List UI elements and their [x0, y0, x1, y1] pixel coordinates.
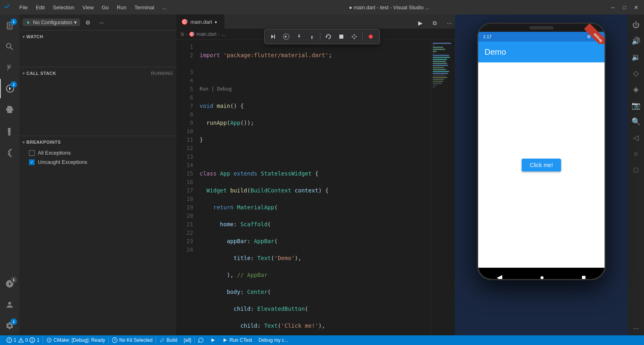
all-exceptions-checkbox[interactable]: [29, 150, 35, 156]
step-out-btn[interactable]: [306, 31, 318, 42]
account-icon[interactable]: [0, 295, 19, 314]
menu-selection[interactable]: Selection: [50, 3, 77, 12]
breakpoints-label: BREAKPOINTS: [27, 140, 61, 145]
bottom-icons: 1 1: [0, 274, 19, 335]
code-line-7: class App extends StatelessWidget {: [196, 169, 431, 178]
flutter-icon[interactable]: [0, 143, 19, 163]
zoom-icon[interactable]: 🔍: [629, 114, 643, 129]
breadcrumb-file[interactable]: main.dart: [196, 31, 217, 37]
code-line-10: home: Scaffold(: [196, 220, 431, 229]
device-app-bar: Demo: [478, 41, 605, 62]
menu-view[interactable]: View: [79, 3, 97, 12]
code-line-12: title: Text('Demo'),: [196, 254, 431, 262]
uncaught-exceptions-checkbox[interactable]: ✓: [29, 159, 35, 165]
debug-my-code-item[interactable]: Debug my c...: [255, 335, 291, 345]
breakpoint-all-exceptions[interactable]: All Exceptions: [19, 148, 176, 157]
cmake-tools-item[interactable]: [195, 335, 207, 345]
breadcrumb-root[interactable]: b: [181, 31, 184, 37]
testing-icon[interactable]: [0, 122, 19, 142]
record-btn[interactable]: [365, 31, 376, 42]
tab-modified-dot: ●: [215, 20, 217, 24]
restart-btn[interactable]: [323, 31, 334, 42]
error-count[interactable]: 1 0 1: [3, 335, 43, 345]
watch-header[interactable]: ▾ WATCH: [19, 31, 176, 43]
run-play-item[interactable]: [207, 335, 219, 345]
code-line-6: [196, 153, 431, 161]
callstack-header[interactable]: ▾ CALL STACK RUNNING: [19, 67, 176, 79]
device-panel: 1:17 ⚙ ◉ ▪ debug Demo C: [455, 14, 628, 335]
debug-status[interactable]: CMake: [Debug]: Ready: [43, 335, 108, 345]
sidebar: No Configuration ▾ ⚙ ··· ▾ WATCH ▾ CALL …: [19, 14, 176, 335]
power-icon[interactable]: ⏻: [629, 18, 643, 32]
shape-icon[interactable]: ◇: [629, 66, 643, 81]
code-line-15: child: ElevatedButton(: [196, 305, 431, 313]
menu-file[interactable]: File: [16, 3, 31, 12]
run-ctest-item[interactable]: Run CTest: [219, 335, 255, 345]
build-item[interactable]: Build: [156, 335, 181, 345]
breakpoint-uncaught-exceptions[interactable]: ✓ Uncaught Exceptions: [19, 157, 176, 167]
uncaught-exceptions-label: Uncaught Exceptions: [38, 159, 87, 165]
main-dart-tab[interactable]: 🎯 main.dart ●: [176, 14, 225, 29]
nav-back-icon[interactable]: ◀: [497, 273, 502, 280]
device-click-button[interactable]: Click me!: [522, 159, 561, 171]
run-debug-link[interactable]: Run | Debug: [196, 85, 431, 93]
run-editor-btn[interactable]: ▶: [415, 17, 426, 29]
run-ctest-text: Run CTest: [229, 337, 252, 343]
warning-text: 0: [25, 337, 28, 343]
debug-ribbon-container: debug: [584, 32, 605, 44]
hot-reload-btn[interactable]: [349, 31, 360, 42]
eraser-icon[interactable]: ◈: [629, 82, 643, 97]
breakpoints-header[interactable]: ▾ BREAKPOINTS: [19, 136, 176, 148]
svg-point-1: [369, 35, 373, 39]
remote-icon[interactable]: 1: [0, 274, 19, 293]
all-label-item[interactable]: [all]: [181, 335, 195, 345]
step-over-btn[interactable]: [281, 31, 292, 42]
code-editor[interactable]: 1 2 3 4 5 6 7 8 9 10 11 12 13 14 15 16 1…: [176, 39, 455, 335]
debug-config-selector[interactable]: No Configuration ▾: [23, 19, 80, 26]
build-text: Build: [167, 337, 178, 343]
device-status-bar: 1:17 ⚙ ◉ ▪ debug: [478, 32, 605, 41]
home-icon[interactable]: ○: [629, 147, 643, 161]
breakpoints-section: ▾ BREAKPOINTS All Exceptions ✓ Uncaught …: [19, 136, 176, 335]
debug-settings-btn[interactable]: ⚙: [83, 17, 94, 28]
extensions-icon[interactable]: [0, 100, 19, 119]
editor-minimap: [431, 39, 455, 335]
step-into-btn[interactable]: [293, 31, 305, 42]
menu-go[interactable]: Go: [99, 3, 112, 12]
breadcrumb-sep2: ›: [218, 31, 220, 37]
debug-more-btn[interactable]: ···: [96, 17, 107, 28]
close-btn[interactable]: ✕: [632, 4, 641, 10]
no-kit-text: No Kit Selected: [119, 337, 153, 343]
square-icon[interactable]: □: [629, 163, 643, 177]
code-line-11: appBar: AppBar(: [196, 237, 431, 246]
menu-run[interactable]: Run: [114, 3, 130, 12]
settings-icon[interactable]: 1: [0, 316, 19, 335]
maximize-btn[interactable]: □: [620, 4, 628, 10]
breadcrumb-symbol[interactable]: ...: [221, 31, 225, 37]
continue-btn[interactable]: [268, 31, 279, 42]
code-content[interactable]: import 'package:flutter/material.dart'; …: [196, 39, 431, 335]
split-editor-btn[interactable]: ⧉: [429, 17, 440, 29]
camera-icon[interactable]: 📷: [629, 98, 643, 113]
minimize-btn[interactable]: ─: [609, 4, 617, 10]
volume-icon[interactable]: 🔊: [629, 34, 643, 48]
debug-config-label: No Configuration: [33, 19, 72, 25]
source-control-icon[interactable]: [0, 58, 19, 77]
nav-recent-icon[interactable]: ■: [582, 273, 586, 281]
no-kit-item[interactable]: No Kit Selected: [109, 335, 156, 345]
nav-home-icon[interactable]: ●: [540, 273, 544, 281]
more-icon[interactable]: ···: [629, 321, 643, 335]
volume-down-icon[interactable]: 🔉: [629, 50, 643, 64]
explorer-icon[interactable]: 1: [0, 16, 19, 35]
menu-terminal[interactable]: Terminal: [131, 3, 157, 12]
watch-content: [19, 43, 176, 67]
editor-more-btn[interactable]: ···: [444, 17, 455, 29]
back-icon[interactable]: ◁: [629, 130, 643, 145]
stop-btn[interactable]: [336, 31, 347, 42]
tab-label: main.dart: [190, 19, 212, 25]
menu-more[interactable]: ...: [159, 3, 170, 12]
menu-edit[interactable]: Edit: [33, 3, 48, 12]
code-line-16: child: Text('Click me!'),: [196, 322, 431, 330]
search-icon[interactable]: [0, 37, 19, 56]
run-debug-activity-icon[interactable]: 1: [0, 79, 19, 98]
